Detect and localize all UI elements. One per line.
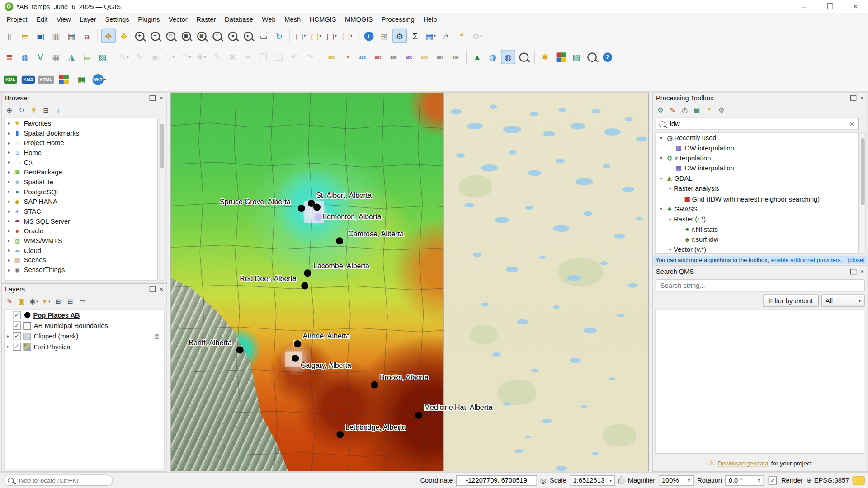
copy-features-icon[interactable]: ❐ — [256, 50, 271, 64]
deselect-features-icon[interactable]: ▢▾ — [325, 29, 339, 43]
browser-item-stac[interactable]: ▸✶STAC — [5, 206, 157, 216]
scale-combobox[interactable]: 1:6512613 ▾ — [570, 475, 615, 485]
save-layer-edits-icon[interactable]: ▣ — [148, 50, 162, 64]
clear-search-icon[interactable]: ⊗ — [849, 120, 854, 128]
add-group-icon[interactable]: ▣ — [16, 296, 27, 307]
browser-item-favorites[interactable]: ▸★Favorites — [5, 118, 157, 128]
nominatim-search-icon[interactable]: ◦ — [516, 50, 531, 64]
expand-arrow-icon[interactable]: ▸ — [5, 258, 13, 263]
select-features-icon[interactable]: ▢▾ — [293, 29, 308, 43]
tree-item-vector-v[interactable]: ▾Vector (v.*) — [656, 245, 858, 254]
layer-item-clipped-mask[interactable]: ▸✓Clipped (mask)▦ — [5, 331, 164, 341]
expand-arrow-icon[interactable]: ▸ — [5, 141, 13, 145]
city-dot-banff-alberta[interactable] — [236, 347, 244, 354]
modify-attributes-icon[interactable]: ✎ — [210, 50, 224, 64]
remove-layer-icon[interactable]: ▭ — [77, 296, 88, 307]
enable-providers-link[interactable]: enable additional providers. — [771, 257, 842, 263]
add-ogc-layer-icon[interactable]: ◍ — [18, 50, 32, 64]
menu-hcmgis[interactable]: HCMGIS — [305, 14, 340, 24]
coordinate-input[interactable] — [459, 476, 533, 485]
menu-plugins[interactable]: Plugins — [133, 14, 164, 24]
menu-layer[interactable]: Layer — [75, 14, 100, 24]
tree-item-recently-used[interactable]: ▾◷Recently used — [656, 133, 858, 143]
tree-item-idw-interpolation[interactable]: ▦IDW interpolation — [656, 163, 858, 174]
menu-project[interactable]: Project — [2, 14, 32, 24]
spinner-arrows-icon[interactable]: ▲▼ — [757, 478, 760, 483]
browser-item-geopackage[interactable]: ▸▣GeoPackage — [5, 167, 157, 177]
project-open-icon[interactable]: ▤ — [18, 29, 32, 43]
expand-arrow-icon[interactable]: ▸ — [5, 150, 13, 155]
select-by-location-icon[interactable]: ▢▾ — [340, 29, 354, 43]
city-dot-medicine-hat-alberta[interactable] — [415, 412, 422, 419]
cut-features-icon[interactable]: ✂ — [241, 50, 255, 64]
style-manager-icon[interactable]: a — [80, 29, 94, 43]
project-save-icon[interactable]: ▣ — [33, 29, 47, 43]
expand-arrow-icon[interactable]: ▾ — [658, 206, 665, 211]
layer-checkbox[interactable]: ✓ — [13, 311, 21, 319]
kmz-export-icon[interactable]: KMZ — [20, 71, 37, 88]
search-layers-icon[interactable] — [585, 50, 599, 64]
close-panel-icon[interactable]: × — [160, 94, 164, 101]
expand-arrow-icon[interactable]: ▸ — [5, 248, 13, 253]
extents-toggle-icon[interactable]: ◎ — [540, 477, 547, 484]
menu-settings[interactable]: Settings — [101, 14, 134, 24]
expand-arrow-icon[interactable]: ▸ — [5, 199, 13, 204]
pan-to-selection-icon[interactable]: ✥ — [117, 29, 131, 43]
qms-scope-dropdown[interactable]: All ▾ — [821, 294, 865, 307]
toggle-editing-icon[interactable]: ✎ — [132, 50, 147, 64]
layer-item-pop-places-ab[interactable]: ✓Pop Places AB — [5, 310, 164, 320]
expand-arrow-icon[interactable]: ▸ — [5, 160, 13, 165]
tree-item-grid-idw-with-nearest-neighbor-searching[interactable]: ▦Grid (IDW with nearest neighbor searchi… — [656, 194, 858, 204]
layer-checkbox[interactable]: ✓ — [13, 321, 21, 329]
download-geodata-link[interactable]: Download geodata — [717, 460, 768, 466]
rotate-label-icon[interactable]: abc — [448, 50, 463, 64]
tree-item-raster-r[interactable]: ▾Raster (r.*) — [656, 214, 858, 225]
pin-labels-icon[interactable]: abc — [387, 50, 401, 64]
show-hidden-labels-icon[interactable]: abc — [402, 50, 416, 64]
close-panel-icon[interactable]: × — [860, 268, 864, 275]
browser-item-postgresql[interactable]: ▸●PostgreSQL — [5, 187, 157, 197]
messages-icon[interactable]: … — [853, 475, 865, 485]
zoom-next-icon[interactable]: ▸ — [241, 29, 255, 43]
browser-item-home[interactable]: ▸⌂Home — [5, 148, 157, 158]
menu-edit[interactable]: Edit — [32, 14, 52, 24]
map-canvas[interactable]: St. Albert, AlbertaSpruce Grove, Alberta… — [170, 92, 649, 471]
layer-item-ab-municipal-boundaries[interactable]: ✓AB Municipal Boundaries — [5, 320, 164, 331]
paste-features-icon[interactable]: ❏ — [272, 50, 286, 64]
browser-scrollbar[interactable] — [159, 118, 165, 281]
layer-checkbox[interactable]: ✓ — [13, 343, 21, 351]
collapse-all-layers-icon[interactable]: ⊟ — [65, 296, 75, 307]
coordinate-display[interactable] — [456, 475, 537, 485]
annotations-icon[interactable]: ⚙▾ — [470, 29, 485, 43]
browser-item-spatialite[interactable]: ▸◈SpatiaLite — [5, 177, 157, 187]
add-mesh-layer-icon[interactable]: ◮ — [64, 50, 79, 64]
maximize-button[interactable] — [817, 0, 842, 13]
layer-diagrams-icon[interactable]: ◔ — [340, 50, 354, 64]
layer-checkbox[interactable]: ✓ — [13, 332, 21, 340]
close-panel-icon[interactable]: × — [160, 286, 164, 293]
color-grid-plugin-icon[interactable] — [55, 71, 72, 88]
highlight-labels-icon[interactable]: abc — [417, 50, 432, 64]
menu-web[interactable]: Web — [258, 14, 280, 24]
help-contents-icon[interactable]: ? — [600, 50, 614, 64]
open-layer-styling-icon[interactable]: ✎ — [4, 296, 15, 307]
options-icon[interactable]: ⚙ — [392, 29, 407, 43]
expand-arrow-icon[interactable]: ▸ — [5, 238, 13, 243]
undo-icon[interactable]: ↶ — [288, 50, 302, 64]
wkt-plugin-icon[interactable]: WKT▾ — [91, 71, 108, 88]
digitize-points-icon[interactable]: ∵▾ — [163, 50, 178, 64]
spreadsheet-layers-icon[interactable]: ▦ — [73, 71, 90, 88]
layer-labeling-icon[interactable]: abc — [325, 50, 339, 64]
zoom-full-icon[interactable]: □ — [163, 29, 178, 43]
filter-legend-icon[interactable]: ▼▾ — [40, 296, 51, 307]
city-dot-spruce-grove-alberta[interactable] — [298, 205, 305, 212]
browser-item-sap-hana[interactable]: ▸◆SAP HANA — [5, 197, 157, 206]
tree-item-r-surf-idw[interactable]: ♣r.surf.idw — [656, 235, 858, 245]
close-button[interactable]: × — [843, 0, 868, 13]
delete-selected-icon[interactable]: ✖ — [225, 50, 240, 64]
qms-search-input[interactable] — [659, 281, 861, 290]
refresh-browser-icon[interactable]: ↻ — [16, 104, 27, 115]
map-tips-icon[interactable]: ❝ — [454, 29, 469, 43]
menu-processing[interactable]: Processing — [377, 14, 419, 24]
add-virtual-layer-icon[interactable]: ▧ — [95, 50, 110, 64]
